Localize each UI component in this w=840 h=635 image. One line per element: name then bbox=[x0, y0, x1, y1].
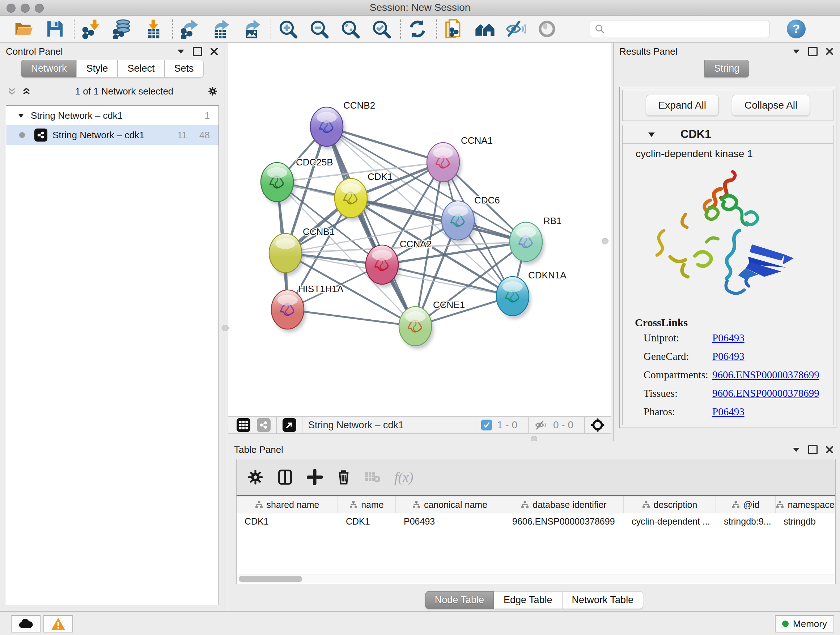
delete-column-icon[interactable] bbox=[336, 469, 351, 485]
crosslink-uniprot[interactable]: P06493 bbox=[712, 332, 745, 344]
refresh-layout-icon[interactable] bbox=[407, 19, 428, 39]
zoom-fit-icon[interactable] bbox=[340, 19, 360, 39]
float-panel-icon[interactable] bbox=[176, 47, 186, 56]
column-header-canonical-name[interactable]: canonical name bbox=[396, 496, 504, 513]
maximize-panel-icon[interactable] bbox=[193, 47, 202, 56]
cell-namespace[interactable]: stringdb bbox=[775, 513, 835, 530]
zoom-window-icon[interactable] bbox=[35, 4, 44, 13]
birdseye-view-icon[interactable] bbox=[591, 418, 605, 432]
network-view-share-icon[interactable] bbox=[257, 418, 271, 432]
show-columns-icon[interactable] bbox=[277, 469, 293, 485]
import-network-icon[interactable] bbox=[81, 19, 101, 39]
network-node-RB1[interactable] bbox=[510, 222, 545, 264]
gene-header-row[interactable]: CDK1 bbox=[622, 125, 833, 144]
scrollbar-thumb[interactable] bbox=[239, 576, 302, 582]
network-node-CDC25B[interactable] bbox=[261, 163, 295, 205]
table-row[interactable]: CDK1 CDK1 P06493 9606.ENSP00000378699 cy… bbox=[237, 513, 835, 530]
network-graph[interactable]: CCNB2CCNA1CDC25BCDK1CDC6RB1CCNB1CCNA2CDK… bbox=[228, 43, 611, 416]
tab-network-table[interactable]: Network Table bbox=[562, 591, 644, 609]
gene-description: cyclin-dependent kinase 1 bbox=[622, 144, 833, 160]
cell-database-identifier[interactable]: 9606.ENSP00000378699 bbox=[504, 513, 624, 530]
export-table-icon[interactable] bbox=[210, 19, 231, 39]
column-header-namespace[interactable]: namespace bbox=[775, 496, 835, 513]
selected-checkbox-icon[interactable] bbox=[481, 420, 492, 431]
table-options-gear-icon[interactable] bbox=[248, 469, 264, 485]
string-document-icon[interactable] bbox=[444, 19, 464, 39]
cloud-button[interactable] bbox=[11, 615, 41, 632]
network-options-gear-icon[interactable] bbox=[208, 87, 218, 96]
search-box[interactable] bbox=[590, 21, 769, 37]
network-node-CDKN1A[interactable] bbox=[496, 277, 531, 319]
tab-network[interactable]: Network bbox=[21, 60, 76, 78]
show-graphics-details-icon[interactable] bbox=[537, 19, 557, 39]
cell-shared-name[interactable]: CDK1 bbox=[237, 513, 338, 530]
collapse-all-icon[interactable] bbox=[7, 87, 17, 96]
tab-select[interactable]: Select bbox=[118, 60, 164, 78]
hide-unhide-icon[interactable] bbox=[506, 19, 526, 39]
cell-description[interactable]: cyclin-dependent ... bbox=[624, 513, 716, 530]
crosslink-genecard[interactable]: P06493 bbox=[712, 350, 745, 362]
detach-view-icon[interactable] bbox=[283, 418, 296, 432]
cell-id[interactable]: stringdb:9... bbox=[716, 513, 775, 530]
grid-view-icon[interactable] bbox=[237, 418, 250, 432]
network-row[interactable]: String Network – cdk1 11 48 bbox=[6, 125, 218, 145]
network-node-CDK1[interactable] bbox=[335, 179, 369, 221]
export-image-icon[interactable] bbox=[242, 19, 262, 39]
save-session-icon[interactable] bbox=[45, 19, 65, 39]
maximize-panel-icon[interactable] bbox=[808, 47, 818, 56]
close-panel-icon[interactable] bbox=[210, 47, 219, 56]
warning-button[interactable] bbox=[43, 615, 73, 632]
maximize-panel-icon[interactable] bbox=[808, 445, 818, 454]
network-node-CCNE1[interactable] bbox=[399, 307, 434, 349]
network-edge[interactable] bbox=[327, 127, 415, 326]
crosslink-tissues[interactable]: 9606.ENSP00000378699 bbox=[712, 387, 819, 399]
tab-edge-table[interactable]: Edge Table bbox=[494, 591, 562, 609]
gene-collapse-icon bbox=[648, 132, 655, 137]
close-panel-icon[interactable] bbox=[825, 47, 834, 56]
network-canvas[interactable]: CCNB2CCNA1CDC25BCDK1CDC6RB1CCNB1CCNA2CDK… bbox=[228, 43, 611, 416]
float-panel-icon[interactable] bbox=[791, 445, 801, 454]
open-session-icon[interactable] bbox=[14, 19, 34, 39]
zoom-selected-icon[interactable] bbox=[371, 19, 392, 39]
tab-string[interactable]: String bbox=[704, 60, 750, 78]
tab-node-table[interactable]: Node Table bbox=[425, 591, 494, 609]
left-splitter-handle[interactable] bbox=[222, 325, 229, 331]
table-horizontal-scrollbar[interactable] bbox=[238, 575, 834, 583]
tab-sets[interactable]: Sets bbox=[164, 60, 204, 78]
collapse-all-button[interactable]: Collapse All bbox=[732, 95, 810, 116]
network-edge[interactable] bbox=[287, 310, 415, 326]
minimize-window-icon[interactable] bbox=[21, 4, 30, 13]
network-node-HIST1H1A[interactable] bbox=[271, 290, 306, 333]
memory-button[interactable]: Memory bbox=[775, 615, 834, 632]
export-network-icon[interactable] bbox=[180, 19, 200, 39]
add-column-icon[interactable] bbox=[307, 469, 323, 485]
zoom-out-icon[interactable] bbox=[309, 19, 329, 39]
help-button[interactable]: ? bbox=[787, 19, 806, 38]
network-node-CCNA2[interactable] bbox=[366, 245, 401, 287]
search-input[interactable] bbox=[605, 23, 765, 35]
right-splitter-handle[interactable] bbox=[602, 238, 608, 244]
column-header-database-identifier[interactable]: database identifier bbox=[504, 496, 624, 513]
home-icon[interactable] bbox=[475, 19, 495, 39]
import-database-icon[interactable] bbox=[112, 19, 133, 39]
column-header-shared-name[interactable]: shared name bbox=[237, 496, 338, 513]
expand-all-button[interactable]: Expand All bbox=[646, 95, 719, 116]
network-status-dot bbox=[19, 132, 25, 138]
column-header-name[interactable]: name bbox=[338, 496, 396, 513]
tab-style[interactable]: Style bbox=[76, 60, 118, 78]
crosslink-compartments[interactable]: 9606.ENSP00000378699 bbox=[712, 369, 819, 380]
import-table-icon[interactable] bbox=[143, 19, 164, 39]
float-panel-icon[interactable] bbox=[791, 47, 801, 56]
close-panel-icon[interactable] bbox=[825, 445, 834, 454]
network-collection-row[interactable]: String Network – cdk1 1 bbox=[6, 106, 218, 125]
network-node-CCNA1[interactable] bbox=[427, 143, 462, 185]
column-header-id[interactable]: @id bbox=[716, 496, 775, 513]
cell-canonical-name[interactable]: P06493 bbox=[396, 513, 504, 530]
zoom-in-icon[interactable] bbox=[278, 19, 298, 39]
expand-all-icon[interactable] bbox=[22, 87, 31, 96]
crosslink-pharos[interactable]: P06493 bbox=[712, 406, 745, 417]
cell-name[interactable]: CDK1 bbox=[338, 513, 396, 530]
close-window-icon[interactable] bbox=[6, 4, 16, 13]
column-header-description[interactable]: description bbox=[624, 496, 716, 513]
network-node-CCNB2[interactable] bbox=[310, 107, 345, 149]
